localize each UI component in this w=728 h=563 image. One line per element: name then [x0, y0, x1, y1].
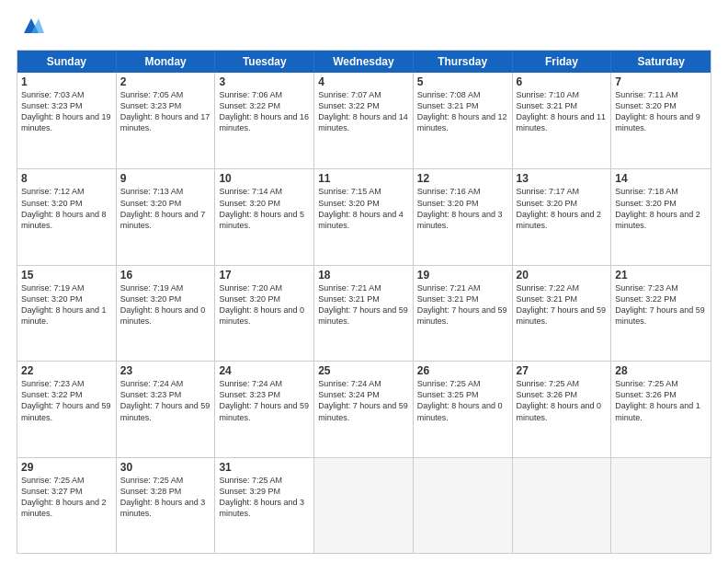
calendar-cell: 5Sunrise: 7:08 AMSunset: 3:21 PMDaylight…: [414, 73, 513, 168]
cell-info: Sunrise: 7:25 AMSunset: 3:28 PMDaylight:…: [120, 476, 206, 518]
day-number: 19: [417, 269, 508, 282]
day-number: 27: [517, 364, 608, 377]
calendar-cell: 16Sunrise: 7:19 AMSunset: 3:20 PMDayligh…: [117, 266, 216, 361]
day-number: 7: [615, 75, 707, 88]
calendar-cell: 12Sunrise: 7:16 AMSunset: 3:20 PMDayligh…: [414, 169, 513, 264]
cell-info: Sunrise: 7:16 AMSunset: 3:20 PMDaylight:…: [417, 187, 503, 229]
calendar-cell: [611, 458, 711, 553]
calendar-cell: 14Sunrise: 7:18 AMSunset: 3:20 PMDayligh…: [611, 169, 711, 264]
cell-info: Sunrise: 7:25 AMSunset: 3:26 PMDaylight:…: [615, 379, 700, 421]
cell-info: Sunrise: 7:25 AMSunset: 3:27 PMDaylight:…: [21, 476, 107, 518]
day-number: 17: [219, 269, 310, 282]
day-number: 13: [517, 172, 608, 185]
calendar-body: 1Sunrise: 7:03 AMSunset: 3:23 PMDaylight…: [17, 73, 711, 553]
calendar-cell: 23Sunrise: 7:24 AMSunset: 3:23 PMDayligh…: [117, 362, 216, 456]
day-number: 3: [219, 75, 310, 88]
calendar-cell: 3Sunrise: 7:06 AMSunset: 3:22 PMDaylight…: [215, 73, 314, 168]
day-number: 30: [120, 461, 211, 474]
calendar-cell: 7Sunrise: 7:11 AMSunset: 3:20 PMDaylight…: [611, 73, 711, 168]
calendar-row: 29Sunrise: 7:25 AMSunset: 3:27 PMDayligh…: [17, 457, 711, 553]
cell-info: Sunrise: 7:20 AMSunset: 3:20 PMDaylight:…: [219, 283, 304, 326]
calendar-cell: 11Sunrise: 7:15 AMSunset: 3:20 PMDayligh…: [314, 169, 414, 264]
cell-info: Sunrise: 7:25 AMSunset: 3:29 PMDaylight:…: [219, 476, 304, 518]
cell-info: Sunrise: 7:25 AMSunset: 3:25 PMDaylight:…: [417, 379, 503, 421]
cell-info: Sunrise: 7:11 AMSunset: 3:20 PMDaylight:…: [615, 90, 700, 132]
calendar-cell: 6Sunrise: 7:10 AMSunset: 3:21 PMDaylight…: [513, 73, 612, 168]
calendar-cell: 22Sunrise: 7:23 AMSunset: 3:22 PMDayligh…: [17, 362, 117, 456]
calendar: SundayMondayTuesdayWednesdayThursdayFrid…: [17, 50, 711, 554]
day-header-wednesday: Wednesday: [314, 51, 414, 73]
cell-info: Sunrise: 7:03 AMSunset: 3:23 PMDaylight:…: [21, 90, 111, 132]
cell-info: Sunrise: 7:19 AMSunset: 3:20 PMDaylight:…: [21, 283, 107, 326]
calendar-page: SundayMondayTuesdayWednesdayThursdayFrid…: [0, 0, 728, 563]
cell-info: Sunrise: 7:08 AMSunset: 3:21 PMDaylight:…: [417, 90, 507, 132]
calendar-cell: 29Sunrise: 7:25 AMSunset: 3:27 PMDayligh…: [17, 458, 117, 553]
calendar-cell: [513, 458, 612, 553]
day-header-tuesday: Tuesday: [215, 51, 314, 73]
day-number: 11: [318, 172, 409, 185]
day-header-saturday: Saturday: [611, 51, 711, 73]
day-number: 6: [517, 75, 608, 88]
day-number: 25: [318, 364, 409, 377]
cell-info: Sunrise: 7:23 AMSunset: 3:22 PMDaylight:…: [615, 283, 705, 326]
day-number: 28: [615, 364, 707, 377]
day-number: 5: [417, 75, 508, 88]
cell-info: Sunrise: 7:15 AMSunset: 3:20 PMDaylight:…: [318, 187, 404, 229]
day-header-thursday: Thursday: [414, 51, 513, 73]
cell-info: Sunrise: 7:22 AMSunset: 3:21 PMDaylight:…: [517, 283, 607, 326]
cell-info: Sunrise: 7:12 AMSunset: 3:20 PMDaylight:…: [21, 187, 107, 229]
calendar-cell: 15Sunrise: 7:19 AMSunset: 3:20 PMDayligh…: [17, 266, 117, 361]
calendar-cell: 9Sunrise: 7:13 AMSunset: 3:20 PMDaylight…: [117, 169, 216, 264]
calendar-cell: 30Sunrise: 7:25 AMSunset: 3:28 PMDayligh…: [117, 458, 216, 553]
calendar-cell: 1Sunrise: 7:03 AMSunset: 3:23 PMDaylight…: [17, 73, 117, 168]
day-number: 4: [318, 75, 409, 88]
cell-info: Sunrise: 7:13 AMSunset: 3:20 PMDaylight:…: [120, 187, 206, 229]
calendar-cell: 20Sunrise: 7:22 AMSunset: 3:21 PMDayligh…: [513, 266, 612, 361]
day-number: 26: [417, 364, 508, 377]
logo-icon: [18, 15, 44, 40]
calendar-cell: [314, 458, 414, 553]
cell-info: Sunrise: 7:06 AMSunset: 3:22 PMDaylight:…: [219, 90, 309, 132]
cell-info: Sunrise: 7:07 AMSunset: 3:22 PMDaylight:…: [318, 90, 408, 132]
day-number: 21: [615, 269, 707, 282]
calendar-cell: 18Sunrise: 7:21 AMSunset: 3:21 PMDayligh…: [314, 266, 414, 361]
calendar-cell: 17Sunrise: 7:20 AMSunset: 3:20 PMDayligh…: [215, 266, 314, 361]
calendar-cell: 21Sunrise: 7:23 AMSunset: 3:22 PMDayligh…: [611, 266, 711, 361]
day-number: 23: [120, 364, 211, 377]
cell-info: Sunrise: 7:05 AMSunset: 3:23 PMDaylight:…: [120, 90, 210, 132]
day-number: 12: [417, 172, 508, 185]
calendar-cell: [414, 458, 513, 553]
day-number: 22: [21, 364, 112, 377]
calendar-cell: 2Sunrise: 7:05 AMSunset: 3:23 PMDaylight…: [117, 73, 216, 168]
calendar-row: 8Sunrise: 7:12 AMSunset: 3:20 PMDaylight…: [17, 168, 711, 264]
cell-info: Sunrise: 7:21 AMSunset: 3:21 PMDaylight:…: [318, 283, 408, 326]
day-number: 29: [21, 461, 112, 474]
day-number: 10: [219, 172, 310, 185]
cell-info: Sunrise: 7:14 AMSunset: 3:20 PMDaylight:…: [219, 187, 304, 229]
day-number: 2: [120, 75, 211, 88]
calendar-row: 1Sunrise: 7:03 AMSunset: 3:23 PMDaylight…: [17, 73, 711, 168]
day-number: 18: [318, 269, 409, 282]
day-number: 15: [21, 269, 112, 282]
day-header-sunday: Sunday: [17, 51, 117, 73]
cell-info: Sunrise: 7:19 AMSunset: 3:20 PMDaylight:…: [120, 283, 206, 326]
calendar-row: 15Sunrise: 7:19 AMSunset: 3:20 PMDayligh…: [17, 265, 711, 361]
cell-info: Sunrise: 7:10 AMSunset: 3:21 PMDaylight:…: [517, 90, 607, 132]
calendar-cell: 25Sunrise: 7:24 AMSunset: 3:24 PMDayligh…: [314, 362, 414, 456]
cell-info: Sunrise: 7:21 AMSunset: 3:21 PMDaylight:…: [417, 283, 507, 326]
calendar-cell: 10Sunrise: 7:14 AMSunset: 3:20 PMDayligh…: [215, 169, 314, 264]
day-number: 8: [21, 172, 112, 185]
day-number: 16: [120, 269, 211, 282]
calendar-row: 22Sunrise: 7:23 AMSunset: 3:22 PMDayligh…: [17, 361, 711, 456]
cell-info: Sunrise: 7:17 AMSunset: 3:20 PMDaylight:…: [517, 187, 602, 229]
cell-info: Sunrise: 7:24 AMSunset: 3:24 PMDaylight:…: [318, 379, 408, 421]
day-header-friday: Friday: [513, 51, 612, 73]
logo: [17, 15, 44, 40]
calendar-header: SundayMondayTuesdayWednesdayThursdayFrid…: [17, 51, 711, 73]
day-header-monday: Monday: [117, 51, 216, 73]
day-number: 14: [615, 172, 707, 185]
calendar-cell: 8Sunrise: 7:12 AMSunset: 3:20 PMDaylight…: [17, 169, 117, 264]
day-number: 24: [219, 364, 310, 377]
calendar-cell: 28Sunrise: 7:25 AMSunset: 3:26 PMDayligh…: [611, 362, 711, 456]
cell-info: Sunrise: 7:23 AMSunset: 3:22 PMDaylight:…: [21, 379, 111, 421]
